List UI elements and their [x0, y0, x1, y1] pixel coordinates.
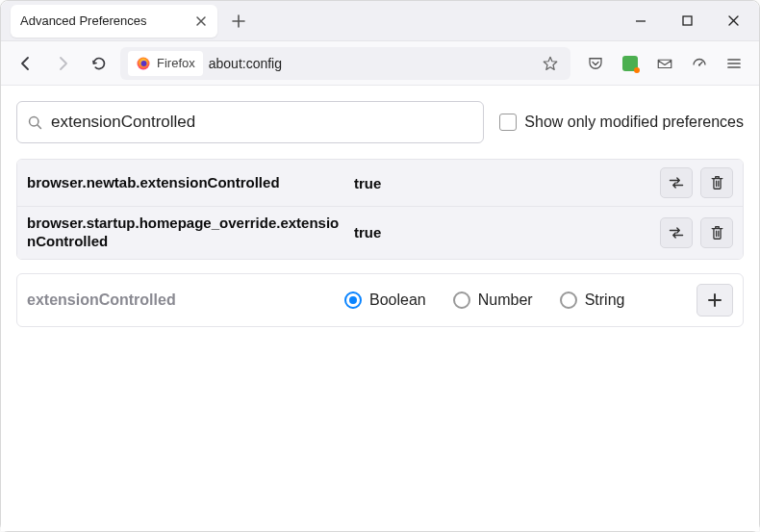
preference-value: true [354, 224, 650, 241]
preference-row: browser.startup.homepage_override.extens… [17, 207, 743, 259]
dashboard-icon[interactable] [684, 48, 715, 79]
radio-label: Number [478, 291, 533, 309]
new-preference-name: extensionControlled [27, 291, 335, 309]
minimize-button[interactable] [619, 2, 663, 40]
toolbar-right-icons [580, 48, 749, 79]
extension-badge-icon[interactable] [615, 48, 646, 79]
menu-button[interactable] [719, 48, 749, 79]
type-radio-group: Boolean Number String [344, 291, 687, 309]
close-tab-icon[interactable] [194, 14, 208, 28]
preference-list: browser.newtab.extensionControlled true … [16, 159, 744, 260]
maximize-button[interactable] [665, 2, 709, 40]
svg-point-4 [30, 116, 38, 125]
browser-window: Advanced Preferences [0, 0, 760, 532]
preference-row: browser.newtab.extensionControlled true [17, 160, 743, 207]
toggle-button[interactable] [660, 217, 693, 248]
search-icon [27, 114, 43, 131]
radio-string[interactable]: String [560, 291, 625, 309]
tab-title: Advanced Preferences [20, 13, 194, 28]
preference-name: browser.newtab.extensionControlled [27, 174, 344, 192]
add-preference-button[interactable] [697, 284, 733, 317]
search-box[interactable] [16, 101, 484, 143]
back-button[interactable] [11, 48, 41, 79]
radio-label: Boolean [369, 291, 426, 309]
firefox-logo-icon [136, 56, 151, 71]
search-input[interactable] [51, 113, 473, 132]
radio-icon [453, 291, 470, 309]
svg-point-3 [698, 63, 700, 65]
navigation-toolbar: Firefox about:config [1, 41, 759, 86]
modified-only-label: Show only modified preferences [524, 114, 744, 131]
titlebar: Advanced Preferences [1, 1, 759, 41]
svg-point-2 [141, 61, 147, 66]
identity-label: Firefox [157, 56, 195, 70]
preference-value: true [354, 175, 650, 191]
row-actions [660, 167, 733, 198]
modified-only-toggle[interactable]: Show only modified preferences [499, 114, 744, 131]
row-actions [660, 217, 733, 248]
radio-icon [560, 291, 577, 309]
radio-label: String [585, 291, 625, 309]
checkbox-icon [499, 114, 517, 131]
pocket-icon[interactable] [580, 48, 611, 79]
delete-button[interactable] [700, 167, 733, 198]
window-controls [619, 2, 759, 40]
toggle-button[interactable] [660, 167, 693, 198]
radio-number[interactable]: Number [453, 291, 533, 309]
forward-button[interactable] [47, 48, 78, 79]
active-tab[interactable]: Advanced Preferences [11, 5, 217, 38]
search-row: Show only modified preferences [16, 101, 744, 143]
inbox-icon[interactable] [649, 48, 680, 79]
svg-rect-0 [683, 16, 692, 25]
reload-button[interactable] [84, 48, 114, 79]
bookmark-star-icon[interactable] [538, 51, 563, 76]
identity-box[interactable]: Firefox [128, 51, 203, 76]
close-window-button[interactable] [711, 2, 755, 40]
about-config-content: Show only modified preferences browser.n… [1, 86, 759, 531]
radio-boolean[interactable]: Boolean [344, 291, 426, 309]
new-tab-button[interactable] [225, 8, 252, 35]
new-preference-row: extensionControlled Boolean Number Strin… [16, 273, 744, 327]
radio-icon [344, 291, 362, 309]
delete-button[interactable] [700, 217, 733, 248]
url-bar[interactable]: Firefox about:config [120, 47, 570, 80]
url-text: about:config [209, 56, 282, 71]
preference-name: browser.startup.homepage_override.extens… [27, 215, 344, 251]
